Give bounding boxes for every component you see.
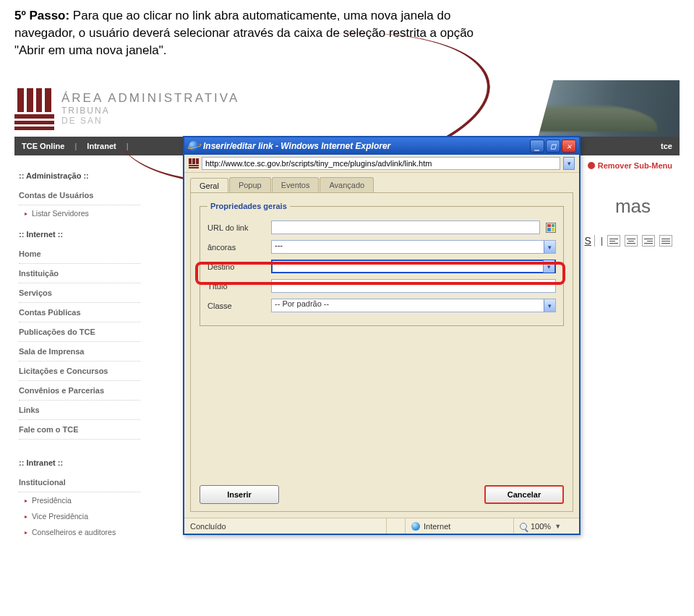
sidebar-item-instituicao[interactable]: Instituição (19, 264, 140, 283)
sidebar-section-intranet: :: Intranet :: (19, 458, 140, 467)
row-anchors: âncoras --- ▾ (207, 240, 556, 254)
instruction-line3: "Abrir em uma nova janela". (14, 43, 167, 57)
address-input[interactable] (202, 157, 560, 170)
classe-value: -- Por padrão -- (272, 299, 544, 312)
sidebar-sub-listar-servidores[interactable]: Listar Servidores (19, 205, 140, 221)
status-done: Concluído (184, 518, 387, 534)
fieldset-legend: Propriedades gerais (207, 202, 290, 210)
label-classe: Classe (207, 301, 265, 310)
nav-separator: | (74, 142, 77, 150)
row-destino: Destino Abrir em uma nova janela (_blank… (207, 260, 556, 273)
anchors-select[interactable]: --- ▾ (271, 240, 556, 254)
sidebar-item-servicos[interactable]: Serviços (19, 283, 140, 303)
instruction-line2: navegador, o usuário deverá selecionar a… (14, 26, 474, 40)
align-right-icon[interactable] (642, 235, 655, 247)
sidebar-section-internet: :: Internet :: (19, 230, 140, 239)
step-label: 5º Passo: (14, 9, 69, 22)
brand-sub1: TRIBUNA (61, 106, 239, 116)
label-anchors: âncoras (207, 243, 265, 252)
dialog-title: Inserir/editar link - Windows Internet E… (203, 141, 390, 151)
sidebar-item-publicacoes[interactable]: Publicações do TCE (19, 322, 140, 342)
sidebar-item-institucional[interactable]: Institucional (19, 473, 140, 492)
browse-icon[interactable] (546, 223, 556, 233)
nav-item-intranet[interactable]: Intranet (87, 142, 116, 150)
tab-popup[interactable]: Popup (229, 177, 271, 192)
align-center-icon[interactable] (625, 235, 638, 247)
sidebar-sub-presidencia[interactable]: Presidência (19, 492, 140, 508)
editor-toolbar-fragment: S | (585, 235, 672, 247)
tab-eventos[interactable]: Eventos (272, 177, 320, 192)
sidebar-sub-vice[interactable]: Vice Presidência (19, 508, 140, 524)
link-dialog: Inserir/editar link - Windows Internet E… (183, 136, 581, 535)
label-destino: Destino (207, 262, 265, 271)
chevron-down-icon[interactable]: ▾ (544, 299, 555, 312)
sidebar-item-licitacoes[interactable]: Licitações e Concursos (19, 362, 140, 381)
tab-panel: Propriedades gerais URL do link âncoras … (190, 192, 573, 512)
chevron-down-icon[interactable]: ▾ (544, 241, 555, 253)
instruction-line1: Para que ao clicar no link abra automati… (69, 9, 450, 22)
dialog-tabs: Geral Popup Eventos Avançado (190, 177, 573, 192)
sidebar-sub-conselheiros[interactable]: Conselheiros e auditores (19, 524, 140, 540)
sidebar-item-convenios[interactable]: Convênios e Parcerias (19, 381, 140, 401)
maximize-button[interactable]: □ (546, 140, 560, 153)
remove-submenu-link[interactable]: Remover Sub-Menu (588, 161, 672, 170)
sidebar-section-admin: :: Administração :: (19, 171, 140, 180)
row-url: URL do link (207, 221, 556, 234)
chevron-down-icon[interactable]: ▾ (543, 260, 554, 273)
label-url: URL do link (207, 223, 265, 232)
close-button[interactable]: ✕ (562, 140, 576, 153)
label-titulo: Título (207, 282, 265, 291)
logo-icon (14, 87, 54, 130)
brand-sub2: DE SAN (61, 116, 239, 126)
instruction-text: 5º Passo: Para que ao clicar no link abr… (0, 0, 694, 80)
dialog-titlebar[interactable]: Inserir/editar link - Windows Internet E… (184, 137, 579, 155)
status-zoom[interactable]: 100% ▼ (514, 518, 579, 534)
classe-select[interactable]: -- Por padrão -- ▾ (271, 299, 556, 312)
sidebar-item-fale[interactable]: Fale com o TCE (19, 420, 140, 440)
sidebar: :: Administração :: Contas de Usuários L… (14, 155, 145, 547)
favicon-icon (189, 158, 199, 168)
row-titulo: Título (207, 279, 556, 293)
toolbar-underline-icon[interactable]: S (585, 235, 595, 247)
address-dropdown-button[interactable]: ▾ (563, 157, 575, 170)
status-zone: Internet (406, 518, 514, 534)
brand-area: ÁREA ADMINISTRATIVA (61, 91, 239, 106)
minimize-button[interactable]: _ (530, 140, 544, 153)
titulo-input[interactable] (272, 280, 555, 292)
fieldset-general: Propriedades gerais URL do link âncoras … (200, 202, 564, 326)
chevron-down-icon: ▼ (554, 523, 561, 530)
ie-icon (189, 141, 199, 151)
sidebar-item-imprensa[interactable]: Sala de Imprensa (19, 342, 140, 362)
tab-avancado[interactable]: Avançado (320, 177, 374, 192)
header-photo (455, 80, 680, 137)
toolbar-sep: | (601, 236, 603, 246)
align-justify-icon[interactable] (659, 235, 672, 247)
truncated-heading: mas (615, 195, 651, 218)
zoom-icon (520, 523, 527, 530)
url-input[interactable] (272, 221, 539, 234)
sidebar-item-contas-publicas[interactable]: Contas Públicas (19, 303, 140, 322)
cancel-button[interactable]: Cancelar (484, 485, 564, 504)
nav-item-right[interactable]: tce (661, 142, 672, 150)
status-bar: Concluído Internet 100% ▼ (184, 518, 579, 534)
tab-geral[interactable]: Geral (190, 178, 228, 193)
sidebar-item-links[interactable]: Links (19, 401, 140, 420)
status-empty (387, 518, 406, 534)
align-left-icon[interactable] (607, 235, 620, 247)
sidebar-item-home[interactable]: Home (19, 244, 140, 264)
url-field[interactable] (271, 221, 540, 234)
anchors-value: --- (272, 241, 544, 253)
globe-icon (411, 522, 420, 531)
page-header: ÁREA ADMINISTRATIVA TRIBUNA DE SAN (14, 80, 680, 137)
address-bar: ▾ (184, 155, 579, 173)
sidebar-item-contas-usuarios[interactable]: Contas de Usuários (19, 186, 140, 205)
insert-button[interactable]: Inserir (200, 485, 279, 504)
destino-select[interactable]: Abrir em uma nova janela (_blank) ▾ (271, 260, 556, 273)
brand-text: ÁREA ADMINISTRATIVA TRIBUNA DE SAN (61, 91, 239, 126)
nav-separator: | (127, 142, 129, 150)
titulo-field[interactable] (271, 279, 556, 293)
row-classe: Classe -- Por padrão -- ▾ (207, 299, 556, 312)
nav-item-tceonline[interactable]: TCE Online (22, 142, 64, 150)
destino-value: Abrir em uma nova janela (_blank) (273, 261, 543, 272)
